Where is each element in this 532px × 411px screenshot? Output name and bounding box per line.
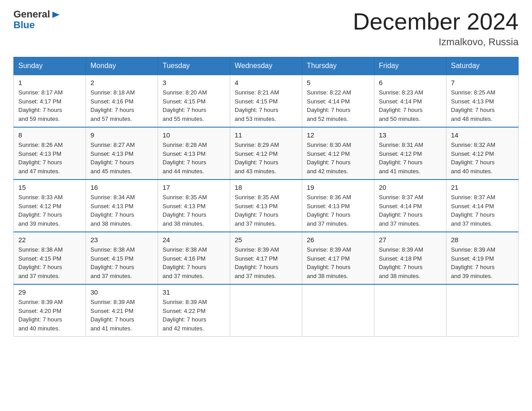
- calendar-cell: 28 Sunrise: 8:39 AM Sunset: 4:19 PM Dayl…: [446, 232, 519, 284]
- day-number: 8: [18, 131, 81, 139]
- day-info: Sunrise: 8:18 AM Sunset: 4:16 PM Dayligh…: [90, 88, 153, 123]
- day-info: Sunrise: 8:39 AM Sunset: 4:19 PM Dayligh…: [451, 245, 514, 280]
- calendar-cell: 8 Sunrise: 8:26 AM Sunset: 4:13 PM Dayli…: [14, 127, 86, 180]
- weekday-header-monday: Monday: [86, 57, 158, 75]
- day-number: 28: [451, 236, 514, 244]
- week-row-4: 22 Sunrise: 8:38 AM Sunset: 4:15 PM Dayl…: [14, 232, 519, 284]
- day-info: Sunrise: 8:38 AM Sunset: 4:16 PM Dayligh…: [163, 245, 225, 280]
- calendar-cell: 29 Sunrise: 8:39 AM Sunset: 4:20 PM Dayl…: [14, 284, 86, 337]
- calendar-cell: 16 Sunrise: 8:34 AM Sunset: 4:13 PM Dayl…: [86, 180, 158, 232]
- day-number: 2: [90, 79, 153, 86]
- calendar-cell: 18 Sunrise: 8:35 AM Sunset: 4:13 PM Dayl…: [230, 180, 302, 232]
- calendar-cell: [374, 284, 446, 337]
- calendar-cell: 4 Sunrise: 8:21 AM Sunset: 4:15 PM Dayli…: [230, 75, 302, 127]
- calendar-cell: 13 Sunrise: 8:31 AM Sunset: 4:12 PM Dayl…: [374, 127, 446, 180]
- calendar-cell: 15 Sunrise: 8:33 AM Sunset: 4:12 PM Dayl…: [14, 180, 86, 232]
- day-info: Sunrise: 8:26 AM Sunset: 4:13 PM Dayligh…: [18, 141, 81, 176]
- day-info: Sunrise: 8:39 AM Sunset: 4:22 PM Dayligh…: [163, 298, 225, 333]
- day-info: Sunrise: 8:23 AM Sunset: 4:14 PM Dayligh…: [379, 88, 442, 123]
- week-row-1: 1 Sunrise: 8:17 AM Sunset: 4:17 PM Dayli…: [14, 75, 519, 127]
- weekday-header-thursday: Thursday: [302, 57, 374, 75]
- day-info: Sunrise: 8:37 AM Sunset: 4:14 PM Dayligh…: [451, 193, 514, 228]
- day-number: 30: [90, 288, 153, 296]
- weekday-header-wednesday: Wednesday: [230, 57, 302, 75]
- day-number: 31: [163, 288, 225, 296]
- day-info: Sunrise: 8:35 AM Sunset: 4:13 PM Dayligh…: [235, 193, 297, 228]
- calendar-cell: 2 Sunrise: 8:18 AM Sunset: 4:16 PM Dayli…: [86, 75, 158, 127]
- day-info: Sunrise: 8:34 AM Sunset: 4:13 PM Dayligh…: [90, 193, 153, 228]
- logo-general-text: General: [13, 9, 50, 20]
- calendar-cell: 24 Sunrise: 8:38 AM Sunset: 4:16 PM Dayl…: [158, 232, 230, 284]
- day-info: Sunrise: 8:35 AM Sunset: 4:13 PM Dayligh…: [163, 193, 225, 228]
- day-number: 17: [163, 184, 225, 191]
- calendar-cell: [446, 284, 519, 337]
- weekday-header-friday: Friday: [374, 57, 446, 75]
- calendar-cell: 21 Sunrise: 8:37 AM Sunset: 4:14 PM Dayl…: [446, 180, 519, 232]
- logo-block: General Blue: [13, 9, 61, 30]
- calendar-cell: 19 Sunrise: 8:36 AM Sunset: 4:13 PM Dayl…: [302, 180, 374, 232]
- day-info: Sunrise: 8:38 AM Sunset: 4:15 PM Dayligh…: [90, 245, 153, 280]
- day-number: 26: [307, 236, 369, 244]
- calendar-cell: 14 Sunrise: 8:32 AM Sunset: 4:12 PM Dayl…: [446, 127, 519, 180]
- day-number: 29: [18, 288, 81, 296]
- day-number: 20: [379, 184, 442, 191]
- week-row-3: 15 Sunrise: 8:33 AM Sunset: 4:12 PM Dayl…: [14, 180, 519, 232]
- calendar-cell: 12 Sunrise: 8:30 AM Sunset: 4:12 PM Dayl…: [302, 127, 374, 180]
- day-number: 22: [18, 236, 81, 244]
- day-number: 24: [163, 236, 225, 244]
- page-header: General Blue December 2024 Izmalkovo, Ru…: [13, 9, 519, 48]
- day-number: 13: [379, 131, 442, 139]
- calendar-cell: 23 Sunrise: 8:38 AM Sunset: 4:15 PM Dayl…: [86, 232, 158, 284]
- calendar-cell: [230, 284, 302, 337]
- day-number: 14: [451, 131, 514, 139]
- calendar-cell: 20 Sunrise: 8:37 AM Sunset: 4:14 PM Dayl…: [374, 180, 446, 232]
- day-number: 19: [307, 184, 369, 191]
- calendar-cell: 11 Sunrise: 8:29 AM Sunset: 4:12 PM Dayl…: [230, 127, 302, 180]
- day-info: Sunrise: 8:27 AM Sunset: 4:13 PM Dayligh…: [90, 141, 153, 176]
- month-title: December 2024: [353, 9, 519, 34]
- title-block: December 2024 Izmalkovo, Russia: [353, 9, 519, 48]
- calendar-cell: 3 Sunrise: 8:20 AM Sunset: 4:15 PM Dayli…: [158, 75, 230, 127]
- calendar-cell: 10 Sunrise: 8:28 AM Sunset: 4:13 PM Dayl…: [158, 127, 230, 180]
- day-info: Sunrise: 8:17 AM Sunset: 4:17 PM Dayligh…: [18, 88, 81, 123]
- calendar-cell: 17 Sunrise: 8:35 AM Sunset: 4:13 PM Dayl…: [158, 180, 230, 232]
- day-info: Sunrise: 8:20 AM Sunset: 4:15 PM Dayligh…: [163, 88, 225, 123]
- calendar-cell: 5 Sunrise: 8:22 AM Sunset: 4:14 PM Dayli…: [302, 75, 374, 127]
- day-info: Sunrise: 8:39 AM Sunset: 4:17 PM Dayligh…: [307, 245, 369, 280]
- weekday-header-tuesday: Tuesday: [158, 57, 230, 75]
- day-info: Sunrise: 8:39 AM Sunset: 4:17 PM Dayligh…: [235, 245, 297, 280]
- calendar-cell: [302, 284, 374, 337]
- day-number: 15: [18, 184, 81, 191]
- weekday-header-sunday: Sunday: [14, 57, 86, 75]
- day-info: Sunrise: 8:32 AM Sunset: 4:12 PM Dayligh…: [451, 141, 514, 176]
- week-row-2: 8 Sunrise: 8:26 AM Sunset: 4:13 PM Dayli…: [14, 127, 519, 180]
- logo: General Blue: [13, 9, 61, 30]
- day-info: Sunrise: 8:29 AM Sunset: 4:12 PM Dayligh…: [235, 141, 297, 176]
- calendar-cell: 25 Sunrise: 8:39 AM Sunset: 4:17 PM Dayl…: [230, 232, 302, 284]
- day-number: 21: [451, 184, 514, 191]
- day-info: Sunrise: 8:22 AM Sunset: 4:14 PM Dayligh…: [307, 88, 369, 123]
- logo-blue-text: Blue: [13, 19, 35, 30]
- day-number: 16: [90, 184, 153, 191]
- day-info: Sunrise: 8:31 AM Sunset: 4:12 PM Dayligh…: [379, 141, 442, 176]
- week-row-5: 29 Sunrise: 8:39 AM Sunset: 4:20 PM Dayl…: [14, 284, 519, 337]
- day-number: 4: [235, 79, 297, 86]
- calendar-cell: 1 Sunrise: 8:17 AM Sunset: 4:17 PM Dayli…: [14, 75, 86, 127]
- day-info: Sunrise: 8:37 AM Sunset: 4:14 PM Dayligh…: [379, 193, 442, 228]
- day-info: Sunrise: 8:36 AM Sunset: 4:13 PM Dayligh…: [307, 193, 369, 228]
- svg-marker-0: [52, 12, 60, 18]
- calendar-cell: 7 Sunrise: 8:25 AM Sunset: 4:13 PM Dayli…: [446, 75, 519, 127]
- day-number: 18: [235, 184, 297, 191]
- calendar-table: SundayMondayTuesdayWednesdayThursdayFrid…: [13, 57, 519, 337]
- day-number: 25: [235, 236, 297, 244]
- day-info: Sunrise: 8:25 AM Sunset: 4:13 PM Dayligh…: [451, 88, 514, 123]
- calendar-cell: 27 Sunrise: 8:39 AM Sunset: 4:18 PM Dayl…: [374, 232, 446, 284]
- day-info: Sunrise: 8:39 AM Sunset: 4:18 PM Dayligh…: [379, 245, 442, 280]
- day-number: 5: [307, 79, 369, 86]
- day-number: 7: [451, 79, 514, 86]
- day-info: Sunrise: 8:21 AM Sunset: 4:15 PM Dayligh…: [235, 88, 297, 123]
- day-number: 12: [307, 131, 369, 139]
- day-number: 6: [379, 79, 442, 86]
- day-info: Sunrise: 8:39 AM Sunset: 4:20 PM Dayligh…: [18, 298, 81, 333]
- weekday-header-saturday: Saturday: [446, 57, 519, 75]
